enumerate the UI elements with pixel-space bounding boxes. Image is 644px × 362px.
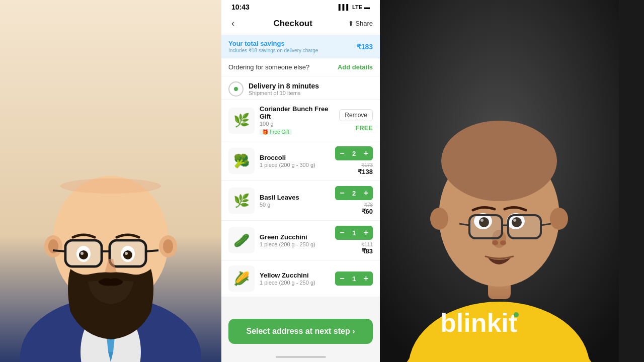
item-price-area: ₹111 ₹83 <box>361 242 373 255</box>
svg-line-17 <box>53 250 65 251</box>
item-info: Coriander Bunch Free Gift 100 g 🎁 Free G… <box>260 105 334 136</box>
items-list: 🌿 Coriander Bunch Free Gift 100 g 🎁 Free… <box>221 100 380 315</box>
network-type: LTE <box>352 4 362 10</box>
item-free-label: FREE <box>355 124 373 132</box>
gift-icon: 🎁 <box>262 129 268 135</box>
increase-qty-button[interactable]: + <box>359 186 373 200</box>
item-weight: 1 piece (200 g - 250 g) <box>260 280 330 286</box>
item-weight: 1 piece (200 g - 250 g) <box>260 241 330 247</box>
qty-number: 2 <box>349 190 359 197</box>
svg-line-18 <box>146 250 158 251</box>
add-details-button[interactable]: Add details <box>338 63 373 71</box>
item-info: Yellow Zucchini 1 piece (200 g - 250 g) <box>260 272 330 286</box>
delivery-title: Delivery in 8 minutes <box>249 82 319 90</box>
item-card: 🥦 Broccoli 1 piece (200 g - 300 g) − 2 +… <box>221 141 380 181</box>
battery-icon: ▬ <box>364 4 370 10</box>
svg-point-26 <box>125 252 128 255</box>
decrease-qty-button[interactable]: − <box>335 272 349 286</box>
savings-title: Your total savings <box>228 40 318 47</box>
ordering-row: Ordering for someone else? Add details <box>221 58 380 76</box>
item-card: 🌽 Yellow Zucchini 1 piece (200 g - 250 g… <box>221 260 380 297</box>
item-final-price: ₹60 <box>362 208 373 215</box>
increase-qty-button[interactable]: + <box>359 226 373 240</box>
item-info: Broccoli 1 piece (200 g - 300 g) <box>260 154 330 168</box>
app-header: ‹ Checkout ⬆ Share <box>221 13 380 35</box>
left-panel <box>0 0 221 362</box>
savings-amount: ₹183 <box>357 43 373 51</box>
select-address-label: Select address at next step › <box>246 327 355 336</box>
item-info: Green Zucchini 1 piece (200 g - 250 g) <box>260 233 330 247</box>
right-panel: blinkit <box>380 0 619 362</box>
svg-point-45 <box>500 240 506 245</box>
share-icon: ⬆ <box>348 20 354 27</box>
delivery-icon <box>228 81 244 97</box>
qty-number: 1 <box>349 229 359 237</box>
savings-banner: Your total savings Includes ₹18 savings … <box>221 35 380 58</box>
savings-info: Your total savings Includes ₹18 savings … <box>228 40 318 53</box>
item-price-area: ₹173 ₹138 <box>358 162 373 175</box>
share-button[interactable]: ⬆ Share <box>348 20 373 27</box>
item-original-price: ₹173 <box>358 162 373 168</box>
svg-point-25 <box>123 250 132 259</box>
status-time: 10:43 <box>231 3 250 11</box>
item-name: Broccoli <box>260 154 330 161</box>
svg-point-13 <box>60 178 161 194</box>
item-weight: 1 piece (200 g - 300 g) <box>260 162 330 168</box>
item-weight: 50 g <box>260 202 330 208</box>
delivery-info: Delivery in 8 minutes Shipment of 10 ite… <box>249 82 319 96</box>
home-indicator <box>221 352 380 362</box>
item-image: 🥒 <box>228 227 255 253</box>
svg-rect-51 <box>470 216 501 237</box>
item-name: Basil Leaves <box>260 194 330 201</box>
item-image: 🥦 <box>228 148 255 174</box>
svg-point-36 <box>550 208 568 230</box>
item-original-price: ₹111 <box>361 242 373 247</box>
item-price-area: ₹78 ₹60 <box>362 202 373 215</box>
increase-qty-button[interactable]: + <box>359 272 373 286</box>
phone-panel: 10:43 ▌▌▌ LTE ▬ ‹ Checkout ⬆ Share Your … <box>221 0 380 362</box>
delivery-inner-dot <box>234 87 238 91</box>
item-card: 🥒 Green Zucchini 1 piece (200 g - 250 g)… <box>221 221 380 260</box>
qty-number: 2 <box>349 150 359 157</box>
item-name: Green Zucchini <box>260 233 330 241</box>
item-image: 🌿 <box>228 188 255 214</box>
select-address-button[interactable]: Select address at next step › <box>228 319 373 344</box>
svg-text:blinkit: blinkit <box>440 308 517 337</box>
svg-point-22 <box>79 250 88 259</box>
item-name: Yellow Zucchini <box>260 272 330 279</box>
qty-number: 1 <box>349 275 359 283</box>
status-bar: 10:43 ▌▌▌ LTE ▬ <box>221 0 380 13</box>
share-label: Share <box>355 20 373 27</box>
back-button[interactable]: ‹ <box>228 17 237 30</box>
qty-stepper: − 1 + <box>335 226 373 240</box>
svg-rect-52 <box>509 216 540 237</box>
svg-point-44 <box>492 240 498 245</box>
status-icons: ▌▌▌ LTE ▬ <box>339 4 370 10</box>
svg-point-23 <box>80 252 84 255</box>
svg-point-31 <box>514 312 519 317</box>
qty-stepper: − 1 + <box>335 272 373 286</box>
item-card: 🌿 Coriander Bunch Free Gift 100 g 🎁 Free… <box>221 100 380 141</box>
home-bar <box>276 356 326 358</box>
decrease-qty-button[interactable]: − <box>335 226 349 240</box>
decrease-qty-button[interactable]: − <box>335 146 349 160</box>
signal-icon: ▌▌▌ <box>339 4 350 10</box>
item-price-area: FREE <box>355 123 373 132</box>
item-info: Basil Leaves 50 g <box>260 194 330 208</box>
ordering-label: Ordering for someone else? <box>228 63 309 71</box>
svg-point-12 <box>163 239 173 253</box>
item-name: Coriander Bunch Free Gift <box>260 105 334 120</box>
increase-qty-button[interactable]: + <box>359 146 373 160</box>
qty-stepper: − 2 + <box>335 186 373 200</box>
item-original-price: ₹78 <box>362 202 373 208</box>
item-image: 🌽 <box>228 265 255 292</box>
delivery-section: Delivery in 8 minutes Shipment of 10 ite… <box>221 76 380 100</box>
decrease-qty-button[interactable]: − <box>335 186 349 200</box>
remove-button[interactable]: Remove <box>339 109 373 121</box>
free-gift-badge: 🎁 Free Gift <box>260 129 292 135</box>
item-weight: 100 g <box>260 121 334 127</box>
qty-stepper: − 2 + <box>335 146 373 160</box>
savings-subtitle: Includes ₹18 savings on delivery charge <box>228 48 318 53</box>
item-final-price: ₹138 <box>358 168 373 175</box>
svg-point-35 <box>430 208 448 230</box>
